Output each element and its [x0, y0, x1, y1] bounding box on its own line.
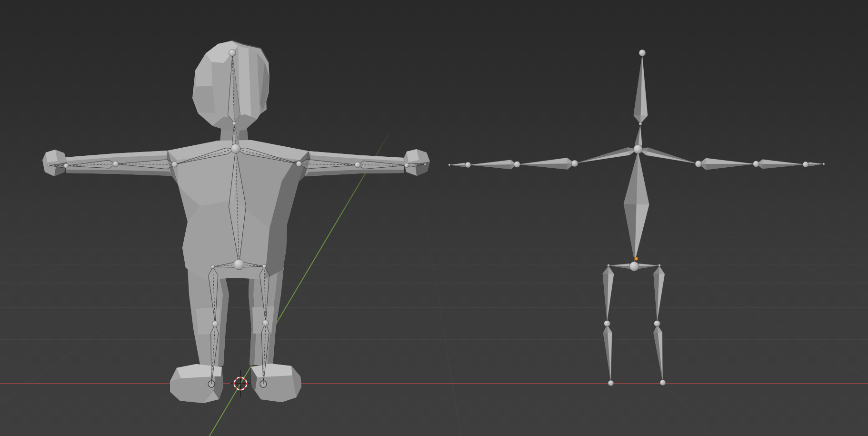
bone-joint-sphere[interactable] [639, 122, 642, 125]
bone-joint-sphere[interactable] [262, 264, 266, 268]
bone-joint-sphere[interactable] [113, 161, 119, 167]
bone-joint-sphere[interactable] [234, 259, 244, 270]
bone-joint-sphere[interactable] [803, 162, 808, 167]
bone-joint-sphere[interactable] [629, 262, 639, 271]
bone-joint-sphere[interactable] [604, 321, 610, 327]
bone-joint-sphere[interactable] [296, 161, 302, 167]
bone-joint-sphere-outline[interactable] [208, 381, 215, 387]
bone-joint-sphere[interactable] [823, 163, 825, 165]
bone-joint-sphere[interactable] [404, 163, 409, 168]
bone-joint-sphere[interactable] [232, 122, 236, 125]
bone-joint-sphere[interactable] [48, 164, 50, 166]
bone-joint-sphere[interactable] [231, 144, 240, 153]
bone-joint-sphere[interactable] [654, 321, 660, 327]
bone-joint-sphere[interactable] [64, 163, 69, 168]
bone-joint-sphere[interactable] [212, 321, 219, 327]
bone-joint-sphere[interactable] [607, 264, 609, 266]
bone-joint-sphere[interactable] [424, 163, 426, 165]
bone-joint-sphere[interactable] [229, 50, 236, 57]
bone-joint-sphere[interactable] [639, 50, 646, 56]
bone-joint-sphere[interactable] [172, 162, 178, 167]
bone-joint-sphere[interactable] [660, 380, 666, 385]
viewport-canvas[interactable] [0, 0, 868, 436]
bone-joint-sphere-outline[interactable] [260, 381, 267, 387]
bone-joint-sphere[interactable] [211, 265, 215, 269]
bone-joint-sphere[interactable] [753, 161, 759, 167]
bone-joint-sphere[interactable] [695, 161, 702, 167]
mesh-foot-right-front[interactable] [255, 375, 296, 402]
blender-3d-viewport[interactable] [0, 0, 868, 436]
bone-joint-sphere[interactable] [608, 380, 614, 386]
bone-joint-sphere[interactable] [514, 162, 520, 168]
bone-joint-sphere[interactable] [658, 264, 660, 266]
bone-joint-sphere[interactable] [634, 145, 643, 154]
bone-joint-sphere[interactable] [449, 164, 451, 166]
bone-joint-sphere[interactable] [465, 162, 471, 168]
object-origin-dot[interactable] [634, 257, 638, 261]
bone-joint-sphere[interactable] [571, 160, 578, 167]
bone-joint-sphere[interactable] [263, 320, 269, 326]
bone-joint-sphere[interactable] [355, 162, 360, 168]
